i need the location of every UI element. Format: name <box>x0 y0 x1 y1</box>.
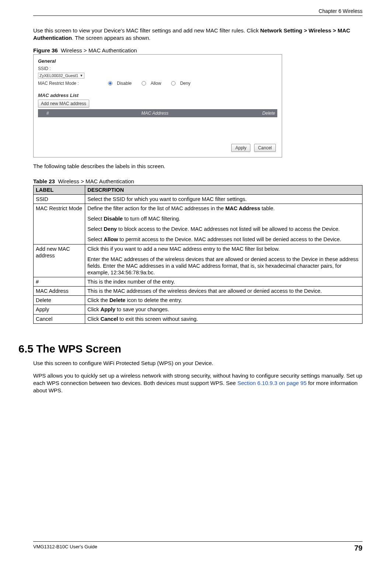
section-heading: 6.5 The WPS Screen <box>18 343 362 355</box>
table-caption: Table 23 Wireless > MAC Authentication <box>33 178 362 184</box>
cell-label: Apply <box>34 305 85 314</box>
th-label: LABEL <box>34 185 85 194</box>
intro-paragraph: Use this screen to view your Device's MA… <box>33 27 362 42</box>
section-p2: WPS allows you to quickly set up a wirel… <box>33 372 362 395</box>
cell-description: This is the MAC addresses of the wireles… <box>85 287 362 296</box>
cell-description: Click Cancel to exit this screen without… <box>85 314 362 323</box>
cell-label: # <box>34 277 85 287</box>
ss-radio-deny-label: Deny <box>180 81 190 86</box>
running-header: Chapter 6 Wireless <box>33 7 362 14</box>
ss-radio-allow[interactable]: Allow <box>142 81 166 86</box>
cell-description: Select the SSID for which you want to co… <box>85 194 362 204</box>
header-rule <box>33 15 362 16</box>
cell-description: Define the filter action for the list of… <box>85 204 362 244</box>
intro-post: . The screen appears as shown. <box>72 35 150 41</box>
cell-label: MAC Address <box>34 287 85 296</box>
figure-title: Wireless > MAC Authentication <box>61 47 137 53</box>
ss-ssid-value: ZyXEL00032_Guest1 <box>39 73 78 78</box>
cell-label: Add new MAC address <box>34 244 85 277</box>
radio-empty-icon <box>171 81 176 86</box>
table-title: Wireless > MAC Authentication <box>58 178 134 184</box>
cell-label: Delete <box>34 296 85 305</box>
footer-rule <box>33 541 362 542</box>
table-row: #This is the index number of the entry. <box>34 277 362 287</box>
ss-radio-deny[interactable]: Deny <box>171 81 195 86</box>
ss-col-del: Delete <box>255 111 275 116</box>
footer-page-number: 79 <box>354 544 362 552</box>
table-row: MAC AddressThis is the MAC addresses of … <box>34 287 362 296</box>
table-label: Table 23 <box>33 178 55 184</box>
table-row: CancelClick Cancel to exit this screen w… <box>34 314 362 323</box>
ss-add-mac-button[interactable]: Add new MAC address <box>38 100 89 108</box>
cell-label: Cancel <box>34 314 85 323</box>
footer-guide: VMG1312-B10C User's Guide <box>33 544 97 552</box>
ss-apply-button[interactable]: Apply <box>231 144 250 152</box>
ss-cancel-button[interactable]: Cancel <box>254 144 276 152</box>
radio-empty-icon <box>142 81 146 86</box>
cell-label: SSID <box>34 194 85 204</box>
ss-maclist-heading: MAC address List <box>38 93 277 98</box>
ss-col-num: # <box>40 111 55 116</box>
ss-ssid-select[interactable]: ZyXEL00032_Guest1 ▼ <box>38 73 84 79</box>
ss-mac-table-header: # MAC Address Delete <box>38 109 277 117</box>
ss-col-mac: MAC Address <box>55 111 255 116</box>
figure-screenshot: General SSID : ZyXEL00032_Guest1 ▼ MAC R… <box>33 54 282 157</box>
cell-label: MAC Restrict Mode <box>34 204 85 244</box>
cell-description: Click this if you want to add a new MAC … <box>85 244 362 277</box>
ss-mac-table: # MAC Address Delete <box>38 109 277 117</box>
section-p1: Use this screen to configure WiFi Protec… <box>33 360 362 367</box>
table-row: Add new MAC addressClick this if you wan… <box>34 244 362 277</box>
figure-caption: Figure 36 Wireless > MAC Authentication <box>33 47 362 53</box>
table-row: ApplyClick Apply to save your changes. <box>34 305 362 314</box>
figure-label: Figure 36 <box>33 47 58 53</box>
cell-description: Click the Delete icon to delete the entr… <box>85 296 362 305</box>
ss-radio-disable[interactable]: Disable <box>108 81 136 86</box>
radio-selected-icon <box>108 81 112 86</box>
table-row: DeleteClick the Delete icon to delete th… <box>34 296 362 305</box>
ss-restrict-label: MAC Restrict Mode : <box>38 81 80 86</box>
ss-radio-allow-label: Allow <box>150 81 161 86</box>
description-table: LABEL DESCRIPTION SSIDSelect the SSID fo… <box>33 185 362 324</box>
th-desc: DESCRIPTION <box>85 185 362 194</box>
post-figure-text: The following table describes the labels… <box>33 163 362 170</box>
ss-radio-disable-label: Disable <box>117 81 132 86</box>
ss-ssid-label: SSID : <box>38 66 80 71</box>
table-row: MAC Restrict ModeDefine the filter actio… <box>34 204 362 244</box>
section-p2-link[interactable]: Section 6.10.9.3 on page 95 <box>237 380 307 386</box>
ss-general-heading: General <box>38 58 277 64</box>
intro-pre: Use this screen to view your Device's MA… <box>33 27 260 34</box>
cell-description: Click Apply to save your changes. <box>85 305 362 314</box>
page-footer: VMG1312-B10C User's Guide 79 <box>33 541 362 552</box>
table-row: SSIDSelect the SSID for which you want t… <box>34 194 362 204</box>
cell-description: This is the index number of the entry. <box>85 277 362 287</box>
chevron-down-icon: ▼ <box>80 74 83 77</box>
